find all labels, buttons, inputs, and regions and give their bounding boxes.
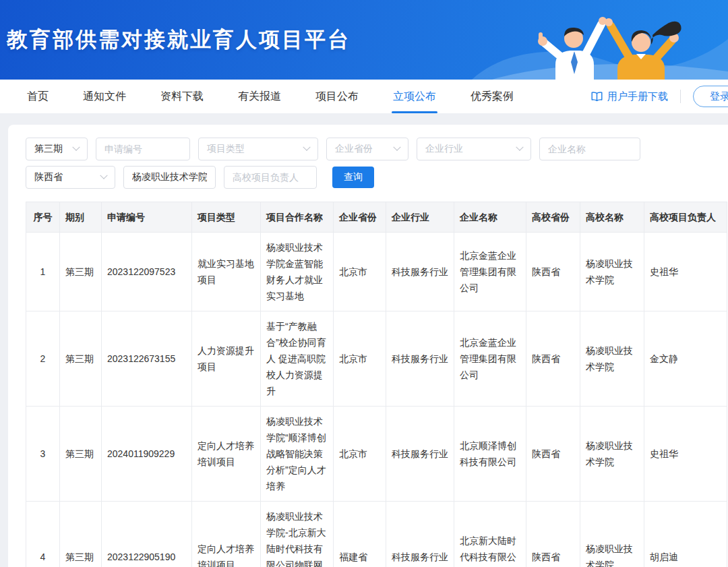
- column-header-8: 高校省份: [526, 202, 580, 233]
- projects-table-wrap: 序号期别申请编号项目类型项目合作名称企业省份企业行业企业名称高校省份高校名称高校…: [26, 202, 728, 567]
- table-cell: 杨凌职业技术学院: [580, 502, 644, 567]
- apply-number-input[interactable]: [96, 138, 190, 160]
- table-cell: 2023122673155: [102, 311, 192, 407]
- table-body: 1第三期2023122097523就业实习基地项目杨凌职业技术学院金蓝智能财务人…: [26, 233, 727, 567]
- nav-item-2[interactable]: 资料下载: [160, 80, 204, 113]
- filter-row-1: 第三期 项目类型 企业省份 企业行业: [26, 138, 728, 160]
- table-cell: 陕西省: [526, 311, 580, 407]
- column-header-3: 项目类型: [192, 202, 261, 233]
- content-card: 第三期 项目类型 企业省份 企业行业 陕西省: [8, 125, 728, 567]
- chevron-down-icon: [100, 172, 107, 179]
- table-row: 4第三期2023122905190定向人才培养培训项目杨凌职业技术学院-北京新大…: [26, 502, 727, 567]
- column-header-9: 高校名称: [580, 202, 644, 233]
- table-cell: 史祖华: [644, 233, 727, 311]
- chevron-down-icon: [303, 144, 310, 151]
- nav-items: 首页通知文件资料下载有关报道项目公布立项公布优秀案例: [27, 80, 514, 113]
- user-manual-download-link[interactable]: 用户手册下载: [591, 90, 668, 103]
- nav-item-1[interactable]: 通知文件: [83, 80, 126, 113]
- column-header-0: 序号: [26, 202, 60, 233]
- table-cell: 1: [26, 233, 60, 311]
- table-cell: 科技服务行业: [386, 407, 454, 502]
- table-cell: 金文静: [644, 311, 727, 407]
- table-cell: 陕西省: [526, 502, 580, 567]
- column-header-4: 项目合作名称: [261, 202, 334, 233]
- banner: 教育部供需对接就业育人项目平台: [0, 0, 728, 80]
- school-province-value: 陕西省: [34, 171, 63, 183]
- table-cell: 北京市: [334, 311, 386, 407]
- company-province-select[interactable]: 企业省份: [326, 138, 408, 160]
- table-cell: 北京新大陆时代科技有限公司: [454, 502, 526, 567]
- table-cell: 第三期: [60, 233, 102, 311]
- table-cell: 科技服务行业: [386, 311, 454, 407]
- table-cell: 人力资源提升项目: [192, 311, 261, 407]
- chevron-down-icon: [393, 144, 400, 151]
- table-cell: 杨凌职业技术学院: [580, 311, 644, 407]
- period-select-value: 第三期: [34, 143, 63, 155]
- table-row: 3第三期2024011909229定向人才培养培训项目杨凌职业技术学院“顺泽博创…: [26, 407, 727, 502]
- table-cell: 杨凌职业技术学院-北京新大陆时代科技有限公司物联网及人工智能方向人才培养: [261, 502, 334, 567]
- table-cell: 史祖华: [644, 407, 727, 502]
- table-row: 2第三期2023122673155人力资源提升项目基于“产教融合”校企协同育人 …: [26, 311, 727, 407]
- table-cell: 北京市: [334, 407, 386, 502]
- chevron-down-icon: [516, 144, 523, 151]
- table-cell: 第三期: [60, 502, 102, 567]
- filter-row-2: 陕西省 查询: [26, 166, 728, 189]
- book-icon: [591, 92, 603, 102]
- column-header-5: 企业省份: [334, 202, 386, 233]
- table-cell: 陕西省: [526, 233, 580, 311]
- school-leader-input[interactable]: [224, 166, 317, 189]
- nav-right: 用户手册下载 登录: [591, 80, 728, 113]
- table-cell: 3: [26, 407, 60, 502]
- table-cell: 定向人才培养培训项目: [192, 407, 261, 502]
- search-button[interactable]: 查询: [332, 167, 374, 188]
- manual-label: 用户手册下载: [607, 90, 668, 103]
- project-type-placeholder: 项目类型: [207, 143, 245, 155]
- table-cell: 科技服务行业: [386, 502, 454, 567]
- company-province-placeholder: 企业省份: [335, 143, 373, 155]
- table-cell: 2023122097523: [102, 233, 192, 311]
- school-name-input[interactable]: [123, 166, 216, 189]
- table-cell: 北京金蓝企业管理集团有限公司: [454, 233, 526, 311]
- company-industry-select[interactable]: 企业行业: [417, 138, 531, 160]
- main-nav: 首页通知文件资料下载有关报道项目公布立项公布优秀案例 用户手册下载 登录: [0, 80, 728, 113]
- nav-item-5[interactable]: 立项公布: [393, 80, 436, 113]
- table-cell: 就业实习基地项目: [192, 233, 261, 311]
- company-industry-placeholder: 企业行业: [425, 143, 463, 155]
- table-cell: 陕西省: [526, 407, 580, 502]
- column-header-7: 企业名称: [454, 202, 526, 233]
- table-cell: 第三期: [60, 407, 102, 502]
- high-five-illustration: [472, 0, 728, 80]
- nav-item-6[interactable]: 优秀案例: [471, 80, 514, 113]
- nav-item-0[interactable]: 首页: [27, 80, 49, 113]
- page: 教育部供需对接就业育人项目平台: [0, 0, 728, 567]
- column-header-6: 企业行业: [386, 202, 454, 233]
- table-cell: 胡启迪: [644, 502, 727, 567]
- table-cell: 科技服务行业: [386, 233, 454, 311]
- table-cell: 第三期: [60, 311, 102, 407]
- table-cell: 北京市: [334, 233, 386, 311]
- nav-item-4[interactable]: 项目公布: [315, 80, 359, 113]
- table-cell: 2024011909229: [102, 407, 192, 502]
- table-cell: 定向人才培养培训项目: [192, 502, 261, 567]
- divider: [680, 90, 681, 103]
- projects-table: 序号期别申请编号项目类型项目合作名称企业省份企业行业企业名称高校省份高校名称高校…: [26, 202, 727, 567]
- column-header-2: 申请编号: [102, 202, 192, 233]
- table-cell: 福建省: [334, 502, 386, 567]
- column-header-1: 期别: [60, 202, 102, 233]
- school-province-select[interactable]: 陕西省: [26, 166, 115, 189]
- login-button[interactable]: 登录: [693, 86, 728, 107]
- company-name-input[interactable]: [539, 138, 640, 160]
- table-cell: 4: [26, 502, 60, 567]
- project-type-select[interactable]: 项目类型: [198, 138, 318, 160]
- table-cell: 基于“产教融合”校企协同育人 促进高职院校人力资源提升: [261, 311, 334, 407]
- table-cell: 2023122905190: [102, 502, 192, 567]
- table-cell: 杨凌职业技术学院“顺泽博创战略智能决策分析”定向人才培养: [261, 407, 334, 502]
- column-header-10: 高校项目负责人: [644, 202, 727, 233]
- nav-item-3[interactable]: 有关报道: [238, 80, 281, 113]
- period-select[interactable]: 第三期: [26, 138, 88, 160]
- table-cell: 北京金蓝企业管理集团有限公司: [454, 311, 526, 407]
- table-header-row: 序号期别申请编号项目类型项目合作名称企业省份企业行业企业名称高校省份高校名称高校…: [26, 202, 727, 233]
- table-cell: 北京顺泽博创科技有限公司: [454, 407, 526, 502]
- table-cell: 杨凌职业技术学院: [580, 233, 644, 311]
- table-cell: 杨凌职业技术学院: [580, 407, 644, 502]
